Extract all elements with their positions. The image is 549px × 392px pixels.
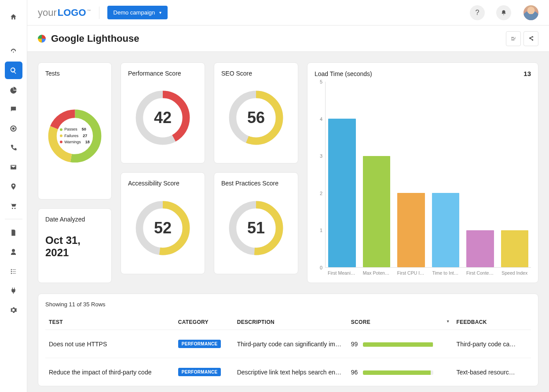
nav-report[interactable] [5, 224, 22, 241]
nav-plugin[interactable] [5, 282, 22, 299]
notifications-button[interactable] [496, 5, 511, 20]
table-row-count: Showing 11 of 35 Rows [45, 301, 531, 308]
bar-0[interactable] [328, 119, 356, 267]
sidebar [0, 0, 27, 392]
performance-score-card: Performance Score 42 [121, 62, 205, 163]
nav-location[interactable] [5, 178, 22, 195]
bar-4[interactable] [466, 230, 494, 267]
nav-home[interactable] [5, 8, 22, 25]
tests-legend: Passes50 Failures27 Warnings18 [60, 126, 90, 145]
help-button[interactable]: ? [470, 5, 485, 20]
bar-5[interactable] [501, 230, 529, 267]
bar-1[interactable] [363, 156, 391, 267]
nav-cart[interactable] [5, 197, 22, 214]
results-table: TEST CATEGORY DESCRIPTION SCORE FEEDBACK… [45, 315, 531, 386]
col-description[interactable]: DESCRIPTION [234, 315, 348, 330]
campaign-selector[interactable]: Demo campaign [107, 6, 168, 19]
nav-phone[interactable] [5, 139, 22, 156]
nav-user[interactable] [5, 243, 22, 261]
results-table-card: Showing 11 of 35 Rows TEST CATEGORY DESC… [38, 294, 538, 386]
seo-score-card: SEO Score 56 [214, 62, 298, 163]
table-row[interactable]: Does not use HTTPSPERFORMANCEThird-party… [45, 330, 531, 358]
load-time-bar-chart: 012345 First Meani…Max Poten…First CPU I… [315, 80, 531, 276]
col-test[interactable]: TEST [45, 315, 175, 330]
nav-target[interactable] [5, 120, 22, 137]
user-avatar[interactable] [523, 5, 538, 20]
bar-3[interactable] [432, 193, 460, 267]
lighthouse-icon [38, 35, 46, 43]
best-practices-score-card: Best Practices Score 51 [214, 172, 298, 274]
col-feedback[interactable]: FEEDBACK [453, 315, 531, 330]
page-header: Google Lighthouse [27, 25, 549, 52]
brand-logo: yourLOGO™ [38, 7, 91, 18]
nav-tasks[interactable] [5, 262, 22, 280]
accessibility-score-card: Accessibility Score 52 [121, 172, 205, 274]
col-score[interactable]: SCORE [348, 315, 453, 330]
nav-dashboard[interactable] [5, 42, 22, 60]
nav-mail[interactable] [5, 158, 22, 176]
nav-search[interactable] [5, 62, 22, 79]
date-value: Oct 31, 2021 [45, 234, 104, 259]
nav-settings[interactable] [5, 301, 22, 319]
nav-chat[interactable] [5, 100, 22, 118]
load-time-card: Load Time (seconds) 13 012345 First Mean… [307, 62, 538, 283]
col-category[interactable]: CATEGORY [175, 315, 234, 330]
load-time-total: 13 [523, 70, 531, 77]
tests-card: Tests Passes50 Failures27 Warnings18 [38, 62, 112, 200]
nav-pie[interactable] [5, 81, 22, 98]
topbar: yourLOGO™ Demo campaign ? [27, 0, 549, 25]
page-title: Google Lighthouse [51, 33, 139, 44]
share-button[interactable] [523, 31, 538, 46]
date-analyzed-card: Date Analyzed Oct 31, 2021 [38, 208, 112, 283]
table-row[interactable]: Reduce the impact of third-party codePER… [45, 358, 531, 386]
bar-2[interactable] [397, 193, 425, 267]
settings-sliders-button[interactable] [506, 31, 521, 46]
